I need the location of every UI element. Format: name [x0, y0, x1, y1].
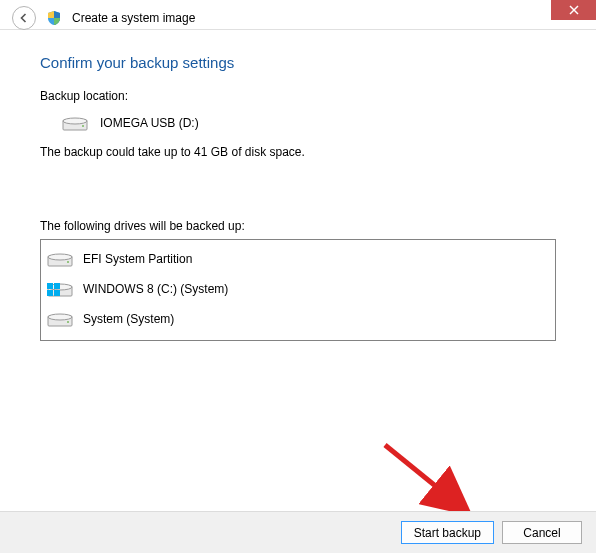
backup-location-row: IOMEGA USB (D:) — [40, 113, 556, 133]
arrow-left-icon — [18, 12, 30, 24]
titlebar: Create a system image — [0, 0, 596, 30]
list-item: EFI System Partition — [47, 244, 549, 274]
drive-name: WINDOWS 8 (C:) (System) — [83, 282, 228, 296]
close-icon — [569, 5, 579, 15]
wizard-content: Confirm your backup settings Backup loca… — [0, 30, 596, 341]
backup-location-label: Backup location: — [40, 89, 556, 103]
hard-drive-icon — [62, 113, 88, 133]
page-heading: Confirm your backup settings — [40, 54, 556, 71]
svg-point-6 — [48, 254, 72, 260]
start-backup-button[interactable]: Start backup — [401, 521, 494, 544]
drives-list: EFI System Partition WINDOWS 8 (C:) (Sys… — [40, 239, 556, 341]
drives-list-label: The following drives will be backed up: — [40, 219, 556, 233]
back-button[interactable] — [12, 6, 36, 30]
list-item: System (System) — [47, 304, 549, 334]
svg-rect-12 — [47, 290, 53, 296]
svg-rect-10 — [47, 283, 53, 289]
svg-point-15 — [48, 314, 72, 320]
drive-name: EFI System Partition — [83, 252, 192, 266]
svg-point-7 — [67, 261, 69, 263]
wizard-footer: Start backup Cancel — [0, 511, 596, 553]
svg-point-4 — [82, 125, 84, 127]
svg-point-3 — [63, 118, 87, 124]
cancel-button[interactable]: Cancel — [502, 521, 582, 544]
svg-rect-11 — [54, 283, 60, 289]
svg-rect-13 — [54, 290, 60, 296]
window-title: Create a system image — [72, 11, 195, 25]
space-note: The backup could take up to 41 GB of dis… — [40, 145, 556, 159]
backup-location-value: IOMEGA USB (D:) — [100, 116, 199, 130]
hard-drive-icon — [47, 309, 73, 329]
close-button[interactable] — [551, 0, 596, 20]
list-item: WINDOWS 8 (C:) (System) — [47, 274, 549, 304]
svg-line-17 — [385, 445, 465, 510]
drive-name: System (System) — [83, 312, 174, 326]
svg-point-16 — [67, 321, 69, 323]
shield-icon — [46, 10, 62, 26]
hard-drive-icon — [47, 249, 73, 269]
windows-drive-icon — [47, 279, 73, 299]
